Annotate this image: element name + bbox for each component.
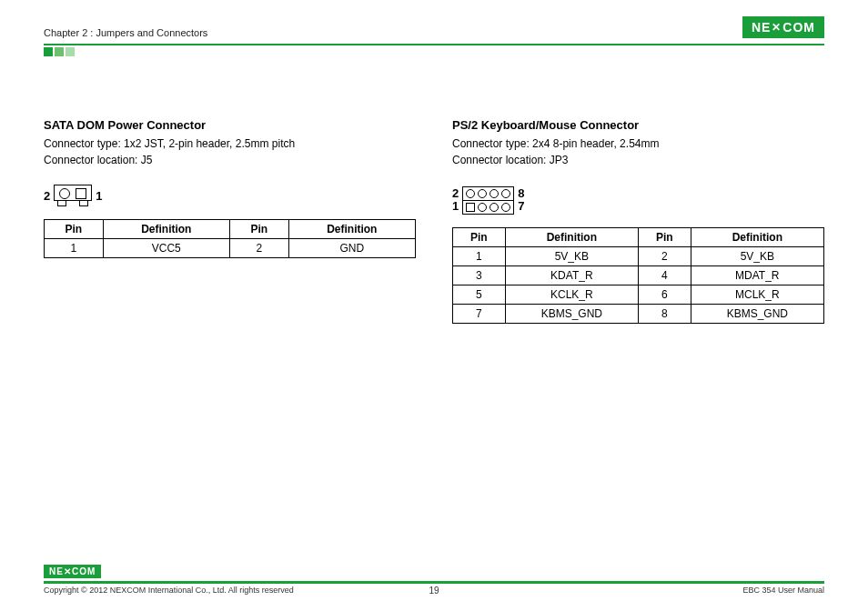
pin-label-7: 7	[518, 200, 524, 213]
ps2-pin-table: Pin Definition Pin Definition 1 5V_KB 2 …	[452, 227, 824, 324]
pin-label-2: 2	[44, 189, 50, 203]
sata-dom-pin-table: Pin Definition Pin Definition 1 VCC5 2 G…	[44, 219, 416, 258]
th-definition: Definition	[505, 227, 638, 246]
header-connector-diagram: 2 1 8 7	[452, 185, 824, 215]
th-pin: Pin	[453, 227, 506, 246]
footer-logo: NE✕COM	[44, 565, 101, 578]
table-row: 1 VCC5 2 GND	[45, 239, 416, 258]
table-row: 5 KCLK_R 6 MCLK_R	[453, 285, 824, 304]
manual-name: EBC 354 User Manual	[742, 586, 824, 595]
chapter-title: Chapter 2 : Jumpers and Connectors	[44, 27, 207, 38]
sata-dom-section: SATA DOM Power Connector Connector type:…	[44, 118, 416, 324]
pin-label-8: 8	[518, 187, 524, 200]
page-number: 19	[429, 586, 439, 596]
pin-label-1: 1	[96, 189, 102, 203]
page-content: SATA DOM Power Connector Connector type:…	[44, 118, 824, 324]
pin-label-1: 1	[452, 200, 459, 213]
copyright-text: Copyright © 2012 NEXCOM International Co…	[44, 586, 294, 595]
decorative-squares	[44, 44, 76, 60]
th-pin: Pin	[45, 220, 104, 239]
th-definition: Definition	[103, 220, 229, 239]
th-pin: Pin	[229, 220, 288, 239]
th-definition: Definition	[691, 227, 823, 246]
connector-location: Connector location: J5	[44, 152, 416, 168]
th-definition: Definition	[288, 220, 415, 239]
table-row: 3 KDAT_R 4 MDAT_R	[453, 265, 824, 285]
ps2-section: PS/2 Keyboard/Mouse Connector Connector …	[452, 118, 824, 324]
connector-location: Connector location: JP3	[452, 152, 824, 168]
pin-label-2: 2	[452, 187, 459, 200]
jst-connector-diagram: 2 1	[44, 185, 416, 206]
connector-type: Connector type: 2x4 8-pin header, 2.54mm	[452, 135, 824, 152]
page-footer: NE✕COM Copyright © 2012 NEXCOM Internati…	[44, 562, 824, 595]
table-row: 1 5V_KB 2 5V_KB	[453, 246, 824, 265]
section-title: SATA DOM Power Connector	[44, 118, 416, 132]
nexcom-logo: NE✕COM	[742, 16, 824, 38]
section-title: PS/2 Keyboard/Mouse Connector	[452, 118, 824, 132]
connector-type: Connector type: 1x2 JST, 2-pin header, 2…	[44, 135, 416, 152]
header-icon	[462, 186, 514, 215]
page-header: Chapter 2 : Jumpers and Connectors NE✕CO…	[44, 16, 824, 45]
jst-connector-icon	[54, 185, 92, 201]
table-row: 7 KBMS_GND 8 KBMS_GND	[453, 304, 824, 323]
th-pin: Pin	[638, 227, 691, 246]
